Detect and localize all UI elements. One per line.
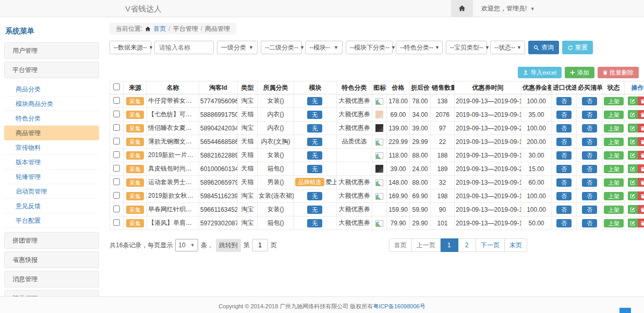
- must-buy-toggle[interactable]: 否: [582, 151, 597, 160]
- module-badge[interactable]: 无: [307, 111, 322, 119]
- edit-button[interactable]: [628, 191, 638, 200]
- delete-button[interactable]: [638, 191, 644, 200]
- must-buy-toggle[interactable]: 否: [582, 111, 597, 119]
- delete-button[interactable]: [638, 137, 644, 146]
- delete-button[interactable]: [638, 164, 644, 173]
- delete-button[interactable]: [638, 110, 644, 119]
- status-button[interactable]: 上架: [604, 124, 624, 133]
- page-size-select[interactable]: 10 ▼: [175, 239, 198, 251]
- sidebar-item-goods-category[interactable]: 商品分类: [4, 82, 99, 97]
- sidebar-item-module-goods-category[interactable]: 模块商品分类: [4, 97, 99, 111]
- module-badge[interactable]: 无: [307, 124, 322, 133]
- module-badge[interactable]: 无: [307, 165, 322, 173]
- row-checkbox[interactable]: [113, 111, 120, 117]
- status-button[interactable]: 上架: [604, 97, 624, 105]
- back-to-top-button[interactable]: [619, 308, 631, 313]
- level2-category-select[interactable]: --二级分类--▼: [261, 41, 302, 54]
- user-menu[interactable]: 欢迎您，管理员! ▼: [473, 4, 543, 13]
- row-checkbox[interactable]: [113, 124, 120, 131]
- edit-button[interactable]: [628, 151, 638, 160]
- status-select[interactable]: --状态--▼: [490, 41, 525, 54]
- edit-button[interactable]: [628, 205, 638, 214]
- sidebar-item-platform-config[interactable]: 平台配置: [4, 213, 99, 228]
- next-page-button[interactable]: 下一页: [476, 238, 505, 252]
- sidebar-item-carousel-mgmt[interactable]: 轮播管理: [4, 170, 99, 184]
- imported-toggle[interactable]: 否: [556, 151, 572, 160]
- edit-button[interactable]: [628, 137, 638, 146]
- sidebar-item-groupon-mgmt[interactable]: 拼团管理: [4, 232, 99, 249]
- level1-category-select[interactable]: 一级分类▼: [217, 41, 258, 54]
- module-sub-select[interactable]: --模块下分类--▼: [346, 41, 393, 54]
- select-all-checkbox[interactable]: [113, 83, 120, 90]
- edit-button[interactable]: [628, 97, 638, 105]
- imported-toggle[interactable]: 否: [556, 206, 572, 214]
- module-badge[interactable]: 无: [307, 97, 322, 105]
- batch-delete-button[interactable]: 批量删除: [598, 67, 639, 78]
- delete-button[interactable]: [638, 205, 644, 214]
- module-badge[interactable]: 无: [307, 138, 322, 146]
- must-buy-toggle[interactable]: 否: [582, 138, 597, 146]
- prev-page-button[interactable]: 上一页: [412, 238, 441, 252]
- must-buy-toggle[interactable]: 否: [582, 97, 597, 105]
- row-checkbox[interactable]: [113, 151, 120, 158]
- icp-link[interactable]: 粤ICP备16098006号: [373, 303, 425, 309]
- sidebar-item-version-mgmt[interactable]: 版本管理: [4, 155, 99, 170]
- status-button[interactable]: 上架: [604, 192, 624, 200]
- must-buy-toggle[interactable]: 否: [582, 124, 597, 133]
- imported-toggle[interactable]: 否: [556, 178, 572, 187]
- status-button[interactable]: 上架: [604, 165, 624, 173]
- delete-button[interactable]: [638, 219, 644, 227]
- edit-button[interactable]: [628, 110, 638, 119]
- must-buy-toggle[interactable]: 否: [582, 165, 597, 173]
- imported-toggle[interactable]: 否: [556, 165, 572, 173]
- row-checkbox[interactable]: [113, 97, 120, 104]
- must-buy-toggle[interactable]: 否: [582, 206, 597, 214]
- delete-button[interactable]: [638, 124, 644, 133]
- edit-button[interactable]: [628, 124, 638, 133]
- delete-button[interactable]: [638, 151, 644, 160]
- edit-button[interactable]: [628, 164, 638, 173]
- item-type-select[interactable]: --宝贝类型--▼: [446, 41, 487, 54]
- first-page-button[interactable]: 首页: [389, 238, 412, 252]
- jump-page-input[interactable]: [252, 239, 268, 251]
- sidebar-item-user-mgmt[interactable]: 用户管理: [4, 42, 99, 59]
- sidebar-item-order-mgmt[interactable]: 订单管理: [4, 290, 99, 296]
- data-source-select[interactable]: --数据来源--▼: [110, 41, 151, 54]
- sidebar-item-feature-category[interactable]: 特色分类: [4, 111, 99, 126]
- import-excel-button[interactable]: 导入excel: [518, 67, 562, 78]
- page-1-button[interactable]: 1: [441, 238, 458, 252]
- module-badge[interactable]: 无: [307, 206, 322, 214]
- row-checkbox[interactable]: [113, 219, 120, 226]
- edit-button[interactable]: [628, 178, 638, 187]
- home-button[interactable]: [451, 0, 473, 17]
- jump-button[interactable]: 跳转到: [216, 239, 241, 252]
- add-button[interactable]: 添加: [565, 67, 594, 78]
- status-button[interactable]: 上架: [604, 219, 624, 227]
- imported-toggle[interactable]: 否: [556, 111, 572, 119]
- row-checkbox[interactable]: [113, 138, 120, 145]
- imported-toggle[interactable]: 否: [556, 219, 572, 227]
- row-checkbox[interactable]: [113, 192, 120, 199]
- sidebar-item-splash-mgmt[interactable]: 启动页管理: [4, 184, 99, 199]
- delete-button[interactable]: [638, 178, 644, 187]
- breadcrumb-home-link[interactable]: 首页: [153, 25, 166, 33]
- must-buy-toggle[interactable]: 否: [582, 178, 597, 187]
- imported-toggle[interactable]: 否: [556, 97, 572, 105]
- sidebar-item-goods-mgmt[interactable]: 商品管理: [4, 126, 99, 140]
- imported-toggle[interactable]: 否: [556, 138, 572, 146]
- delete-button[interactable]: [638, 97, 644, 105]
- search-button[interactable]: 查询: [528, 41, 559, 54]
- sidebar-item-saving-news[interactable]: 省惠快报: [4, 251, 99, 268]
- reset-button[interactable]: 重置: [562, 41, 593, 54]
- module-select[interactable]: --模块--▼: [305, 41, 343, 54]
- sidebar-item-feedback[interactable]: 意见反馈: [4, 199, 99, 213]
- last-page-button[interactable]: 末页: [505, 238, 527, 252]
- page-2-button[interactable]: 2: [458, 238, 476, 252]
- feature-category-select[interactable]: --特色分类--▼: [396, 41, 443, 54]
- name-search-input[interactable]: [154, 41, 214, 54]
- module-badge[interactable]: 无: [307, 192, 322, 200]
- must-buy-toggle[interactable]: 否: [582, 219, 597, 227]
- imported-toggle[interactable]: 否: [556, 124, 572, 133]
- module-badge[interactable]: 无: [307, 219, 322, 227]
- module-badge[interactable]: 品牌精选: [295, 178, 324, 186]
